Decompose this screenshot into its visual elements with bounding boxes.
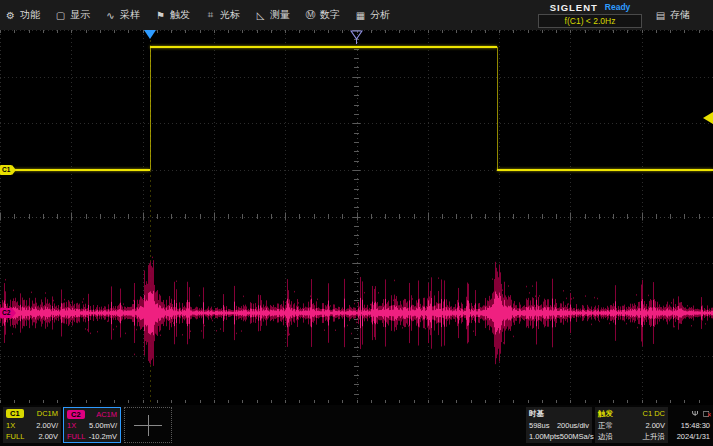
menu-trigger[interactable]: ⚑ 触发	[150, 0, 200, 30]
menu-display[interactable]: ▢ 显示	[50, 0, 100, 30]
channel1-offset: 2.00V	[38, 431, 58, 442]
trigger-type: 边沿	[598, 431, 613, 442]
system-time: 15:48:30	[681, 420, 710, 431]
acquire-icon: ∿	[105, 10, 116, 21]
channel1-probe: 1X	[6, 420, 15, 431]
usb-icon[interactable]: Ψ	[692, 410, 699, 418]
channel2-offset: -10.2mV	[89, 431, 117, 442]
trigger-source: C1 DC	[642, 408, 665, 419]
channel2-probe: 1X	[67, 420, 76, 431]
save-icon: ▤	[655, 10, 666, 21]
menu-save[interactable]: ▤ 存储	[650, 0, 700, 30]
trigger-mode: 正常	[598, 420, 613, 431]
lan-error-badge: ✕	[707, 411, 712, 419]
trigger-level-marker[interactable]	[703, 112, 713, 124]
menu-cursor-label: 光标	[220, 8, 240, 22]
menu-digital-label: 数字	[320, 8, 340, 22]
channel1-position-marker[interactable]: C1	[0, 165, 12, 175]
menu-trigger-label: 触发	[170, 8, 190, 22]
channel1-coupling: DC1M	[37, 408, 58, 419]
top-menu-bar: ⚙ 功能 ▢ 显示 ∿ 采样 ⚑ 触发 ⌗ 光标 ◺ 测量 Ⓜ 数字 ▦ 分析	[0, 0, 713, 30]
frequency-counter: f(C1) < 2.0Hz	[538, 14, 642, 28]
trigger-position-marker[interactable]	[144, 30, 156, 39]
channel2-bandwidth: FULL	[67, 431, 85, 442]
channel2-coupling: AC1M	[96, 409, 117, 420]
menu-analysis-label: 分析	[370, 8, 390, 22]
system-date: 2024/1/31	[677, 431, 710, 442]
acquisition-status: Ready	[605, 2, 631, 12]
timebase-label: 时基	[529, 408, 544, 419]
cursor-icon: ⌗	[205, 9, 216, 21]
channel2-badge: C2	[67, 410, 85, 419]
menu-display-label: 显示	[70, 8, 90, 22]
menu-acquire-label: 采样	[120, 8, 140, 22]
menu-utility-label: 功能	[20, 8, 40, 22]
trigger-flag-icon: ⚑	[155, 10, 166, 21]
channel2-position-marker[interactable]: C2	[0, 308, 12, 318]
timebase-info-box[interactable]: 时基 598us 200us/div 1.00Mpts 500MSa/s	[526, 407, 592, 443]
waveform-display[interactable]	[0, 30, 713, 403]
channel1-info-box[interactable]: C1 DC1M 1X 2.00V/ FULL 2.00V	[3, 407, 61, 443]
lan-disconnected-icon[interactable]: ▢✕	[702, 410, 710, 418]
menu-acquire[interactable]: ∿ 采样	[100, 0, 150, 30]
channel1-scale: 2.00V/	[36, 420, 58, 431]
brand-logo: SIGLENT	[550, 2, 598, 13]
timebase-sample-rate: 500MSa/s	[560, 431, 594, 442]
system-clock-box: Ψ ▢✕ 15:48:30 2024/1/31	[670, 407, 713, 443]
timebase-memory-depth: 1.00Mpts	[529, 431, 560, 442]
trigger-info-box[interactable]: 触发 C1 DC 正常 2.00V 边沿 上升沿	[595, 407, 668, 443]
timebase-delay: 598us	[529, 420, 549, 431]
timebase-scale: 200us/div	[557, 420, 589, 431]
display-icon: ▢	[55, 10, 66, 21]
menu-save-label: 存储	[670, 8, 690, 22]
measure-icon: ◺	[255, 10, 266, 21]
digital-icon: Ⓜ	[305, 8, 316, 22]
trigger-label: 触发	[598, 408, 613, 419]
menu-utility[interactable]: ⚙ 功能	[0, 0, 50, 30]
analysis-icon: ▦	[355, 10, 366, 21]
oscilloscope-screen: ⚙ 功能 ▢ 显示 ∿ 采样 ⚑ 触发 ⌗ 光标 ◺ 测量 Ⓜ 数字 ▦ 分析	[0, 0, 713, 446]
menu-measure[interactable]: ◺ 测量	[250, 0, 300, 30]
brand-status-block: SIGLENT Ready f(C1) < 2.0Hz	[538, 1, 642, 29]
menu-cursor[interactable]: ⌗ 光标	[200, 0, 250, 30]
menu-analysis[interactable]: ▦ 分析	[350, 0, 400, 30]
add-channel-button[interactable]	[124, 407, 172, 443]
channel1-bandwidth: FULL	[6, 431, 24, 442]
menu-digital[interactable]: Ⓜ 数字	[300, 0, 350, 30]
horizontal-reference-marker[interactable]	[350, 30, 363, 44]
trigger-level: 2.00V	[645, 420, 665, 431]
trigger-slope: 上升沿	[643, 431, 666, 442]
bottom-status-bar: C1 DC1M 1X 2.00V/ FULL 2.00V C2 AC1M 1X …	[0, 405, 713, 446]
gear-icon: ⚙	[5, 10, 16, 21]
menu-measure-label: 测量	[270, 8, 290, 22]
channel1-badge: C1	[6, 409, 24, 418]
channel2-info-box[interactable]: C2 AC1M 1X 5.00mV/ FULL -10.2mV	[63, 407, 121, 443]
plus-icon	[148, 415, 149, 436]
channel2-scale: 5.00mV/	[89, 420, 117, 431]
